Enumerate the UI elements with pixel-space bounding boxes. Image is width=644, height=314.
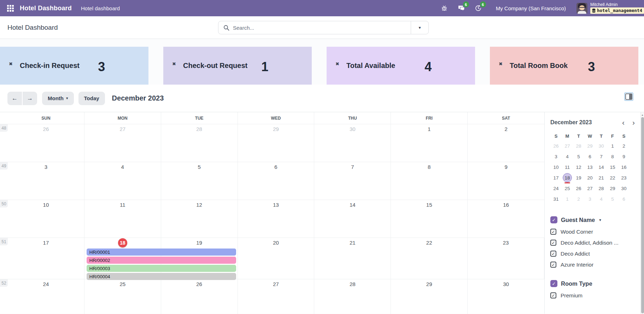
calendar-day-cell[interactable]: 2 [468,124,544,162]
calendar-day-cell[interactable]: 5 [161,162,238,200]
mini-day-cell[interactable]: 1 [607,141,618,151]
mini-day-cell[interactable]: 28 [573,141,584,151]
card-close-icon[interactable]: ✖ [499,62,503,66]
filter-section-checkbox[interactable]: ✓ [550,280,557,287]
mini-day-cell[interactable]: 29 [607,183,618,194]
view-mode-button[interactable]: Month ▾ [42,92,74,105]
calendar-day-cell[interactable]: 22 [391,238,468,279]
prev-month-button[interactable]: ← [7,92,22,105]
mini-day-cell[interactable]: 8 [607,151,618,162]
mini-day-cell[interactable]: 24 [550,183,562,194]
search-input[interactable] [233,25,411,31]
mini-day-cell[interactable]: 9 [618,151,630,162]
mini-day-cell[interactable]: 27 [584,183,596,194]
mini-day-cell[interactable]: 27 [562,141,573,151]
filter-item-checkbox[interactable]: ✓ [550,262,556,268]
calendar-day-cell[interactable]: 13 [238,200,315,238]
calendar-day-cell[interactable]: 10 [8,200,84,238]
mini-day-cell[interactable]: 10 [550,162,562,172]
calendar-day-cell[interactable]: 23 [468,238,544,279]
mini-day-cell[interactable]: 13 [584,162,596,172]
filter-item[interactable]: ✓Azure Interior [550,259,635,270]
calendar-day-cell[interactable]: 26 [161,279,238,314]
mini-day-cell[interactable]: 20 [584,172,596,183]
nav-menu-hotel-dashboard[interactable]: Hotel dashboard [81,5,120,11]
mini-day-cell[interactable]: 18 [562,172,573,183]
calendar-day-cell[interactable]: 21 [314,238,391,279]
calendar-day-cell[interactable]: 24 [8,279,84,314]
card-close-icon[interactable]: ✖ [335,62,339,66]
debug-bug-icon[interactable] [440,4,449,12]
mini-day-cell[interactable]: 26 [573,183,584,194]
company-switcher[interactable]: My Company (San Francisco) [496,5,566,11]
calendar-event[interactable]: HR/00004 [87,273,236,280]
calendar-event[interactable]: HR/00001 [87,249,236,256]
calendar-day-cell[interactable]: 28 [161,124,238,162]
mini-day-cell[interactable]: 12 [573,162,584,172]
mini-prev-icon[interactable]: ‹ [622,120,625,125]
search-dropdown-toggle[interactable]: ▾ [411,21,428,34]
mini-day-cell[interactable]: 2 [618,141,630,151]
mini-day-cell[interactable]: 17 [550,172,562,183]
apps-menu-button[interactable] [4,1,17,15]
calendar-event[interactable]: HR/00003 [87,265,236,272]
filter-item-checkbox[interactable]: ✓ [550,251,556,257]
calendar-day-cell[interactable]: 16 [468,200,544,238]
mini-day-cell[interactable]: 23 [618,172,630,183]
calendar-day-cell[interactable]: 20 [238,238,315,279]
calendar-day-cell[interactable]: 17 [8,238,84,279]
calendar-day-cell[interactable]: 15 [391,200,468,238]
calendar-day-cell[interactable]: 3 [8,162,84,200]
filter-item-checkbox[interactable]: ✓ [550,292,556,298]
mini-day-cell[interactable]: 22 [607,172,618,183]
calendar-day-cell[interactable]: 6 [238,162,315,200]
calendar-day-cell[interactable]: 29 [391,279,468,314]
mini-day-cell[interactable]: 28 [596,183,607,194]
calendar-day-cell[interactable]: 27 [238,279,315,314]
filter-item-checkbox[interactable]: ✓ [550,229,556,235]
filter-section-checkbox[interactable]: ✓ [550,216,557,223]
calendar-day-cell[interactable]: 11 [84,200,161,238]
calendar-day-cell[interactable]: 30 [314,124,391,162]
filter-item[interactable]: ✓Wood Corner [550,226,635,237]
mini-day-cell[interactable]: 5 [573,151,584,162]
calendar-day-cell[interactable]: 29 [238,124,315,162]
mini-day-cell[interactable]: 4 [562,151,573,162]
filter-item-checkbox[interactable]: ✓ [550,240,556,246]
mini-day-cell[interactable]: 1 [562,194,573,204]
filter-section-header[interactable]: ✓Guest Name▾ [550,216,635,223]
calendar-day-cell[interactable]: 26 [8,124,84,162]
calendar-day-cell[interactable]: 1 [391,124,468,162]
vertical-scrollbar[interactable]: ▲ [640,112,644,314]
mini-day-cell[interactable]: 3 [584,194,596,204]
filter-section-header[interactable]: ✓Room Type [550,280,635,287]
user-menu[interactable]: Mitchell Admin hotel_management4 [576,2,644,14]
mini-day-cell[interactable]: 6 [618,194,630,204]
calendar-day-cell[interactable]: 8 [391,162,468,200]
calendar-day-cell[interactable]: 14 [314,200,391,238]
activities-clock-icon[interactable]: 6 [474,4,482,12]
calendar-day-cell[interactable]: 25 [84,279,161,314]
card-close-icon[interactable]: ✖ [172,62,176,66]
calendar-day-cell[interactable]: 4 [84,162,161,200]
mini-day-cell[interactable]: 30 [596,141,607,151]
messages-icon[interactable]: 6 [457,4,466,12]
calendar-day-cell[interactable]: 30 [468,279,544,314]
mini-day-cell[interactable]: 16 [618,162,630,172]
calendar-day-cell[interactable]: 7 [314,162,391,200]
sidebar-toggle-button[interactable] [624,92,633,101]
mini-day-cell[interactable]: 5 [607,194,618,204]
next-month-button[interactable]: → [23,92,37,105]
card-close-icon[interactable]: ✖ [9,62,13,66]
filter-item[interactable]: ✓Deco Addict, Addison ... [550,237,635,248]
mini-day-cell[interactable]: 31 [550,194,562,204]
mini-day-cell[interactable]: 4 [596,194,607,204]
mini-day-cell[interactable]: 30 [618,183,630,194]
calendar-day-cell[interactable]: 12 [161,200,238,238]
scrollbar-thumb[interactable] [641,117,644,313]
mini-day-cell[interactable]: 29 [584,141,596,151]
mini-day-cell[interactable]: 14 [596,162,607,172]
mini-day-cell[interactable]: 26 [550,141,562,151]
today-button[interactable]: Today [78,92,105,105]
mini-day-cell[interactable]: 11 [562,162,573,172]
